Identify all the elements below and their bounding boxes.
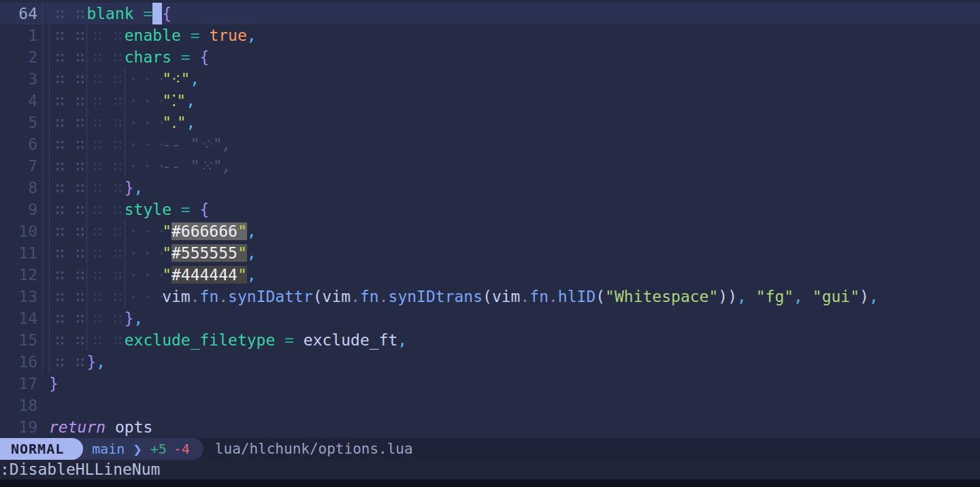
indent-guide-dots: ∷∷ <box>86 112 124 133</box>
code-text[interactable]: ∷∷∷∷···-- "⁘", <box>42 133 231 155</box>
git-diff-removed: -4 <box>174 441 190 457</box>
code-line[interactable]: 8∷∷∷∷}, <box>0 177 980 199</box>
code-line[interactable]: 15∷∷∷∷exclude_filetype = exclude_ft, <box>0 329 980 351</box>
code-line[interactable]: 4∷∷∷∷···"⁚", <box>0 90 980 112</box>
indent-guide-dots: ∷∷ <box>86 177 124 199</box>
indent-guide-dots: ∷∷ <box>49 133 86 155</box>
code-text[interactable]: ∷∷∷∷···"․", <box>42 112 195 133</box>
line-number: 19 <box>0 416 42 438</box>
code-line[interactable]: 10∷∷∷∷···"#666666", <box>0 220 980 242</box>
indent-guide-dots: ∷∷ <box>49 351 86 373</box>
line-number: 15 <box>0 329 42 351</box>
code-line[interactable]: 16∷∷}, <box>0 351 980 373</box>
indent-guide-dots: ∷∷ <box>86 264 124 286</box>
code-text[interactable]: ∷∷∷∷exclude_filetype = exclude_ft, <box>42 329 407 351</box>
indent-lead-dots: ··· <box>125 286 162 307</box>
line-number: 10 <box>0 220 42 242</box>
code-text[interactable]: } <box>42 373 59 394</box>
code-line[interactable]: 17} <box>0 373 980 394</box>
code-line[interactable]: 12∷∷∷∷···"#444444", <box>0 264 980 286</box>
indent-guide-dots: ∷∷ <box>86 329 124 351</box>
code-line[interactable]: 2∷∷∷∷chars = { <box>0 46 980 68</box>
indent-lead-dots: ··· <box>125 133 162 155</box>
indent-guide-dots: ∷∷ <box>86 133 124 155</box>
code-line[interactable]: 13∷∷∷∷···vim.fn.synIDattr(vim.fn.synIDtr… <box>0 286 980 307</box>
indent-guide-dots: ∷∷ <box>49 90 86 112</box>
line-number: 2 <box>0 46 42 68</box>
indent-guide-dots: ∷∷ <box>49 46 86 68</box>
code-text[interactable]: return opts <box>42 416 152 438</box>
neovim-window: 64∷∷blank = {1∷∷∷∷enable = true,2∷∷∷∷cha… <box>0 0 980 487</box>
indent-guide-dots: ∷∷ <box>86 286 124 307</box>
code-text[interactable]: ∷∷∷∷···-- "⁙", <box>42 155 231 177</box>
indent-guide-dots: ∷∷ <box>86 307 124 329</box>
whitespace-dots: ∷∷ <box>49 3 86 24</box>
code-text[interactable]: ∷∷∷∷enable = true, <box>42 24 257 46</box>
file-path: lua/hlchunk/options.lua <box>203 438 413 460</box>
code-line[interactable]: 5∷∷∷∷···"․", <box>0 112 980 133</box>
code-text[interactable]: ∷∷}, <box>42 351 105 373</box>
line-number: 7 <box>0 155 42 177</box>
indent-guide-dots: ∷∷ <box>49 24 86 46</box>
code-line[interactable]: 11∷∷∷∷···"#555555", <box>0 242 980 264</box>
code-text[interactable]: ∷∷∷∷···"⁖", <box>42 68 199 90</box>
line-number: 17 <box>0 373 42 394</box>
line-number: 4 <box>0 90 42 112</box>
indent-guide-dots: ∷∷ <box>49 177 86 199</box>
code-text[interactable]: ∷∷∷∷···"#444444", <box>42 264 257 286</box>
code-text[interactable] <box>42 394 49 416</box>
gutter-separator <box>42 3 43 373</box>
code-text[interactable]: ∷∷∷∷}, <box>42 177 143 199</box>
code-line[interactable]: 14∷∷∷∷}, <box>0 307 980 329</box>
line-number: 1 <box>0 24 42 46</box>
code-line[interactable]: 7∷∷∷∷···-- "⁙", <box>0 155 980 177</box>
command-line[interactable]: :DisableHLLineNum <box>0 460 980 480</box>
indent-lead-dots: ··· <box>125 242 162 264</box>
indent-guide-dots: ∷∷ <box>49 220 86 242</box>
code-line[interactable]: 18 <box>0 394 980 416</box>
code-line[interactable]: 9∷∷∷∷style = { <box>0 199 980 220</box>
indent-guide-dots: ∷∷ <box>49 242 86 264</box>
code-line[interactable]: 6∷∷∷∷···-- "⁘", <box>0 133 980 155</box>
indent-lead-dots: ··· <box>125 90 162 112</box>
git-diff-added: +5 <box>150 441 167 457</box>
indent-lead-dots: ··· <box>125 112 162 133</box>
code-text[interactable]: ∷∷∷∷style = { <box>42 199 209 220</box>
indent-lead-dots: ··· <box>125 264 162 286</box>
code-text[interactable]: ∷∷∷∷···"⁚", <box>42 90 195 112</box>
indent-guide-dots: ∷∷ <box>86 46 124 68</box>
cursor <box>152 3 162 24</box>
code-text[interactable]: ∷∷∷∷···"#555555", <box>42 242 257 264</box>
code-line[interactable]: 1∷∷∷∷enable = true, <box>0 24 980 46</box>
line-number: 9 <box>0 199 42 220</box>
code-text[interactable]: ∷∷∷∷···vim.fn.synIDattr(vim.fn.synIDtran… <box>42 286 879 307</box>
code-text[interactable]: ∷∷∷∷···"#666666", <box>42 220 257 242</box>
indent-guide-dots: ∷∷ <box>49 68 86 90</box>
indent-guide-dots: ∷∷ <box>86 68 124 90</box>
indent-guide-dots: ∷∷ <box>86 24 124 46</box>
code-text[interactable]: ∷∷blank = { <box>42 3 172 24</box>
indent-guide-dots: ∷∷ <box>86 90 124 112</box>
mode-label: NORMAL <box>11 441 64 457</box>
indent-lead-dots: ··· <box>125 155 162 177</box>
code-line[interactable]: 64∷∷blank = { <box>0 3 980 24</box>
line-number: 6 <box>0 133 42 155</box>
indent-guide-dots: ∷∷ <box>49 329 86 351</box>
code-text[interactable]: ∷∷∷∷chars = { <box>42 46 209 68</box>
statusline: NORMAL main ❯ +5 -4 lua/hlchunk/options.… <box>0 438 980 460</box>
git-segment: main ❯ +5 -4 <box>67 438 203 460</box>
bottom-strip <box>0 480 980 487</box>
line-number: 12 <box>0 264 42 286</box>
code-line[interactable]: 19return opts <box>0 416 980 438</box>
code-line[interactable]: 3∷∷∷∷···"⁖", <box>0 68 980 90</box>
indent-guide-dots: ∷∷ <box>49 264 86 286</box>
line-number: 64 <box>0 3 42 24</box>
indent-guide-dots: ∷∷ <box>49 112 86 133</box>
editor-buffer[interactable]: 64∷∷blank = {1∷∷∷∷enable = true,2∷∷∷∷cha… <box>0 0 980 438</box>
git-branch-name: main <box>92 441 125 457</box>
indent-guide-dots: ∷∷ <box>86 155 124 177</box>
indent-guide-dots: ∷∷ <box>49 199 86 220</box>
line-number: 11 <box>0 242 42 264</box>
line-number: 5 <box>0 112 42 133</box>
code-text[interactable]: ∷∷∷∷}, <box>42 307 143 329</box>
